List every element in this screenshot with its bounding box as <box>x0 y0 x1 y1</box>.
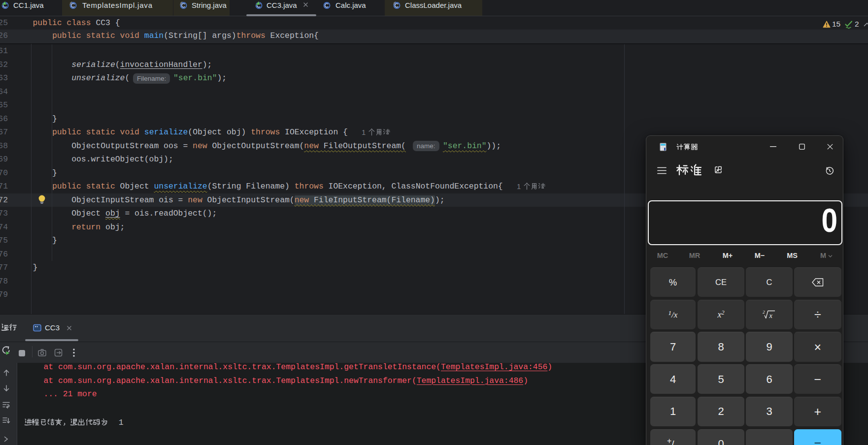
svg-text:x: x <box>768 312 772 319</box>
svg-text:2: 2 <box>763 310 765 315</box>
